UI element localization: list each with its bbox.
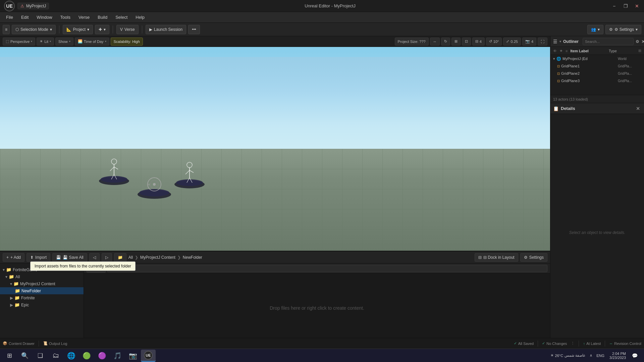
users-dropdown: ▾ bbox=[598, 27, 600, 32]
project-button[interactable]: 📐 Project ▾ bbox=[63, 25, 93, 34]
app-4[interactable]: 🟣 bbox=[95, 350, 109, 362]
menu-verse[interactable]: Verse bbox=[75, 13, 93, 21]
lit-label: Lit bbox=[44, 40, 48, 44]
nav-back-button[interactable]: ◁ bbox=[89, 253, 100, 262]
output-log-button[interactable]: 📜 Output Log bbox=[43, 341, 67, 346]
tree-myprojectj[interactable]: ▾ 📁 MyProjectJ Content bbox=[0, 280, 84, 287]
fullscreen-button[interactable]: ⛶ bbox=[538, 38, 547, 46]
coord-button[interactable]: ⊡ bbox=[462, 38, 471, 46]
lit-icon: ☀ bbox=[40, 39, 43, 44]
project-dropdown: ▾ bbox=[87, 27, 89, 32]
col-options-icon[interactable]: ⊞ bbox=[638, 49, 641, 53]
app-6[interactable]: 📷 bbox=[125, 350, 140, 362]
gridplane2-label: GridPlane2 bbox=[561, 71, 616, 75]
3d-viewport[interactable]: « bbox=[0, 47, 550, 251]
chrome-app[interactable]: 🌐 bbox=[64, 350, 78, 362]
scalability-button[interactable]: Scalability: High bbox=[111, 38, 143, 46]
fortnite-expand-icon: ▶ bbox=[10, 296, 13, 300]
add-button[interactable]: + + Add bbox=[3, 253, 24, 262]
outliner-row-world[interactable]: ▾ 🌐 MyProjectJ (Ed World bbox=[550, 55, 644, 62]
dock-layout-button[interactable]: ⊟ ⊟ Dock in Layout bbox=[475, 253, 518, 262]
users-button[interactable]: 👥 ▾ bbox=[587, 25, 603, 34]
time-of-day-button[interactable]: 🌅 Time of Day ▾ bbox=[75, 38, 109, 46]
menu-file[interactable]: File bbox=[3, 13, 16, 21]
type-col[interactable]: Type bbox=[609, 49, 636, 53]
lit-button[interactable]: ☀ Lit ▾ bbox=[37, 38, 54, 46]
rotation-snap-button[interactable]: ↺ 10° bbox=[486, 38, 502, 46]
windows-start-button[interactable]: ⊞ bbox=[2, 350, 17, 362]
content-drawer-label: Content Drawer bbox=[9, 342, 35, 346]
search-input[interactable] bbox=[107, 265, 547, 272]
fullscreen-icon: ⛶ bbox=[541, 40, 544, 44]
selection-mode-button[interactable]: ⬡ Selection Mode ▾ bbox=[12, 25, 56, 34]
hamburger-button[interactable]: ≡ bbox=[3, 25, 10, 34]
project-size-button[interactable]: Project Size: ??? bbox=[395, 38, 429, 46]
verse-button[interactable]: V Verse bbox=[116, 25, 139, 34]
cb-settings-button[interactable]: ⚙ Settings bbox=[520, 253, 547, 262]
project-icon: ⚠ bbox=[20, 4, 24, 8]
tree-epic[interactable]: ▶ 📁 Epic bbox=[0, 301, 84, 308]
content-drawer-button[interactable]: 📦 Content Drawer bbox=[3, 341, 35, 346]
save-all-button[interactable]: 💾 💾 Save All bbox=[52, 253, 87, 262]
translate-button[interactable]: ↔ bbox=[430, 38, 440, 46]
item-label-col[interactable]: Item Label bbox=[570, 49, 606, 53]
ue-app[interactable]: UE bbox=[141, 350, 156, 362]
import-button[interactable]: ⬆ Import bbox=[26, 253, 50, 262]
actor-icon-3: ⊡ bbox=[557, 79, 560, 83]
restore-button[interactable]: ❐ bbox=[623, 3, 629, 9]
status-more-button[interactable]: ⋮ bbox=[571, 341, 575, 346]
more-button[interactable]: ••• bbox=[188, 25, 200, 34]
outliner-settings-icon[interactable]: ⚙ bbox=[636, 39, 639, 45]
search-button[interactable]: 🔍 bbox=[17, 350, 32, 362]
perspective-button[interactable]: ⬚ Perspective ▾ bbox=[3, 38, 35, 46]
content-browser: + + Add ⬆ Import Import assets from file… bbox=[0, 251, 550, 351]
no-changes-status: ✓ No Changes bbox=[542, 341, 567, 346]
nav-forward-button[interactable]: ▷ bbox=[102, 253, 112, 262]
settings-button[interactable]: ⚙ ⚙ Settings ▾ bbox=[605, 25, 641, 34]
app-5[interactable]: 🎵 bbox=[110, 350, 125, 362]
minimize-button[interactable]: − bbox=[611, 3, 617, 9]
tree-root[interactable]: ▾ 📁 FortniteGame bbox=[0, 266, 84, 273]
scale-button[interactable]: ⊞ bbox=[451, 38, 461, 46]
tree-all[interactable]: ▾ 📁 All bbox=[0, 273, 84, 280]
drop-area[interactable]: Drop files here or right click to create… bbox=[84, 274, 550, 343]
outliner-row-gridplane1[interactable]: ⊡ GridPlane1 GridPla... bbox=[550, 62, 644, 70]
create-button[interactable]: ✚ ▾ bbox=[95, 25, 109, 34]
menu-window[interactable]: Window bbox=[33, 13, 55, 21]
outliner-row-gridplane2[interactable]: ⊡ GridPlane2 GridPla... bbox=[550, 70, 644, 77]
menu-build[interactable]: Build bbox=[94, 13, 111, 21]
viewport-toolbar: ⬚ Perspective ▾ ☀ Lit ▾ Show ▾ 🌅 Time of… bbox=[0, 36, 550, 47]
menu-edit[interactable]: Edit bbox=[18, 13, 32, 21]
rotate-button[interactable]: ↻ bbox=[441, 38, 450, 46]
outliner-close-button[interactable]: ✕ bbox=[641, 39, 644, 45]
breadcrumb-folder[interactable]: NewFolder bbox=[183, 255, 202, 260]
filter-bar: ▾ Filters bbox=[84, 263, 550, 274]
file-explorer-app[interactable]: 🗂 bbox=[48, 350, 63, 362]
tree-fortnite[interactable]: ▶ 📁 Fortnite bbox=[0, 294, 84, 301]
details-close-button[interactable]: ✕ bbox=[635, 105, 641, 112]
project-label: Project bbox=[73, 27, 86, 32]
show-button[interactable]: Show ▾ bbox=[55, 38, 73, 46]
camera-speed-button[interactable]: 📷 4 bbox=[522, 38, 536, 46]
grid-snap-button[interactable]: ⊟ 4 bbox=[472, 38, 485, 46]
nav-up-button[interactable]: 📁 bbox=[114, 253, 126, 262]
menu-tools[interactable]: Tools bbox=[57, 13, 74, 21]
cb-settings-label: Settings bbox=[529, 255, 544, 260]
scale-snap-button[interactable]: ⤢ 0.25 bbox=[503, 38, 521, 46]
menu-select[interactable]: Select bbox=[112, 13, 131, 21]
breadcrumb-project[interactable]: MyProjectJ Content bbox=[140, 255, 175, 260]
outliner-search[interactable] bbox=[583, 38, 634, 45]
launch-session-button[interactable]: ▶ Launch Session bbox=[146, 25, 186, 34]
app-3[interactable]: 🟢 bbox=[79, 350, 94, 362]
outliner-row-gridplane3[interactable]: ⊡ GridPlane3 GridPla... bbox=[550, 77, 644, 84]
filter-button[interactable]: ▾ Filters bbox=[87, 264, 106, 273]
notification-button[interactable]: 💬 bbox=[627, 350, 642, 362]
close-button[interactable]: ✕ bbox=[634, 3, 640, 9]
tree-newfolder[interactable]: 📁 NewFolder bbox=[0, 287, 84, 294]
breadcrumb-all[interactable]: All bbox=[128, 255, 133, 260]
lit-dropdown: ▾ bbox=[50, 40, 51, 43]
status-divider-2 bbox=[538, 341, 538, 347]
menu-help[interactable]: Help bbox=[132, 13, 148, 21]
task-view-button[interactable]: ❑ bbox=[33, 350, 48, 362]
cb-settings-icon: ⚙ bbox=[524, 255, 528, 260]
